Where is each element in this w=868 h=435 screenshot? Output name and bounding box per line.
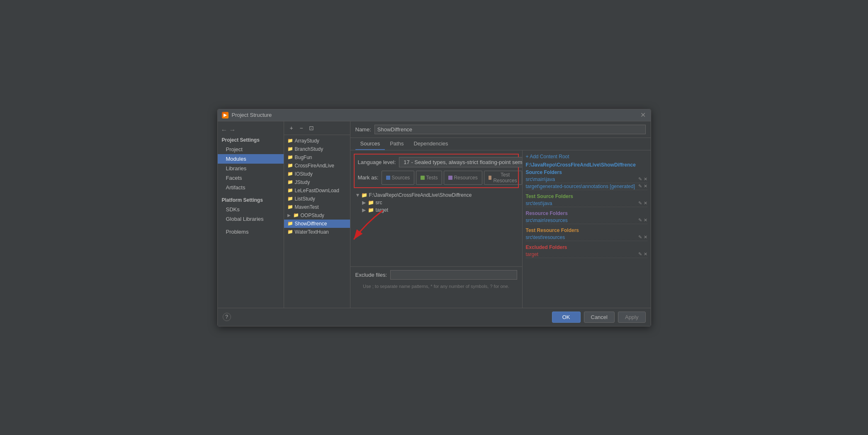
list-item[interactable]: 📁 ArrayStudy [284, 137, 350, 145]
copy-module-button[interactable]: ⊡ [307, 124, 316, 132]
folder-icon: 📁 [287, 172, 293, 176]
list-item[interactable]: ▶ 📁 OOPStudy [284, 211, 350, 220]
folder-icon-root: 📁 [361, 192, 367, 198]
edit-test-source-button[interactable]: ✎ [638, 201, 642, 206]
mark-sources-button[interactable]: Sources [382, 171, 414, 185]
excluded-folders-title: Excluded Folders [526, 244, 647, 250]
list-item[interactable]: 📁 CrossFireAndLive [284, 162, 350, 170]
list-item[interactable]: 📁 ListStudy [284, 195, 350, 203]
module-name: WaterTextHuan [295, 229, 329, 235]
tabs-row: Sources Paths Dependencies [350, 138, 651, 150]
directory-tree: ▼ 📁 F:\JavaRepo\CrossFireAndLive\ShowDif… [354, 190, 519, 215]
sidebar-item-sdks[interactable]: SDKs [218, 205, 284, 214]
module-name: IOStudy [295, 171, 313, 177]
remove-resource-button[interactable]: ✕ [644, 218, 647, 223]
target-label: target [376, 207, 389, 213]
edit-excluded-button[interactable]: ✎ [638, 251, 642, 257]
list-item-showdiffrence[interactable]: 📁 ShowDiffrence [284, 220, 350, 228]
remove-test-source-button[interactable]: ✕ [644, 201, 647, 206]
language-level-select[interactable]: 17 - Sealed types, always-strict floatin… [399, 157, 522, 167]
sidebar-item-libraries[interactable]: Libraries [218, 164, 284, 173]
list-item[interactable]: 📁 LeLeFastDownLoad [284, 186, 350, 195]
tree-root-item[interactable]: ▼ 📁 F:\JavaRepo\CrossFireAndLive\ShowDif… [355, 191, 517, 199]
tree-expand-src-icon[interactable]: ▶ [362, 200, 366, 205]
module-panel: + − ⊡ 📁 ArrayStudy 📁 BranchStudy 📁 BugFu… [284, 121, 350, 308]
language-level-row: Language level: 17 - Sealed types, alway… [358, 157, 515, 167]
test-resource-folders-title: Test Resource Folders [526, 227, 647, 233]
sidebar-item-modules[interactable]: Modules [218, 154, 284, 164]
mark-tests-button[interactable]: Tests [416, 171, 442, 185]
test-source-path-1: src\test\java [526, 201, 552, 206]
exclude-input[interactable] [390, 270, 517, 280]
source-path-2: target\generated-sources\annotations [ge… [526, 184, 635, 189]
exclude-hint: Use ; to separate name patterns, * for a… [350, 283, 522, 291]
module-toolbar: + − ⊡ [284, 121, 350, 135]
folder-icon: 📁 [287, 147, 293, 152]
resource-path-1: src\main\resources [526, 218, 568, 223]
sidebar: ← → Project Settings Project Modules Lib… [218, 121, 284, 308]
edit-source-1-button[interactable]: ✎ [638, 176, 642, 182]
module-name: OOPStudy [301, 213, 324, 218]
sidebar-item-facets[interactable]: Facets [218, 173, 284, 183]
name-input[interactable] [374, 125, 646, 134]
ok-button[interactable]: OK [552, 312, 581, 323]
module-name: CrossFireAndLive [295, 163, 334, 169]
tree-target-item[interactable]: ▶ 📁 target [355, 206, 517, 214]
expand-icon[interactable]: ▶ [287, 213, 292, 218]
tree-expand-target-icon[interactable]: ▶ [362, 207, 366, 213]
excluded-folders-section: Excluded Folders target ✎ ✕ [526, 244, 647, 258]
edit-source-2-button[interactable]: ✎ [638, 184, 642, 189]
sources-left: Language level: 17 - Sealed types, alway… [350, 150, 522, 308]
sidebar-item-problems[interactable]: Problems [218, 227, 284, 237]
list-item[interactable]: 📁 BranchStudy [284, 145, 350, 153]
folder-icon-orange: 📁 [287, 221, 293, 226]
main-panel: Name: Sources Paths Dependencies Languag… [350, 121, 651, 308]
list-item[interactable]: 📁 JStudy [284, 178, 350, 186]
edit-test-resource-button[interactable]: ✎ [638, 234, 642, 240]
add-content-root-button[interactable]: + Add Content Root [526, 154, 647, 160]
source-folders-title: Source Folders [526, 169, 647, 175]
exclude-files-section: Exclude files: Use ; to separate name pa… [350, 266, 522, 291]
tab-dependencies[interactable]: Dependencies [408, 138, 453, 150]
list-item[interactable]: 📁 MavenTest [284, 203, 350, 211]
cancel-button[interactable]: Cancel [584, 312, 615, 323]
bottom-bar: ? OK Cancel Apply [218, 308, 651, 326]
apply-button[interactable]: Apply [618, 312, 646, 323]
sidebar-item-project[interactable]: Project [218, 145, 284, 154]
remove-excluded-button[interactable]: ✕ [644, 251, 647, 257]
edit-resource-button[interactable]: ✎ [638, 218, 642, 223]
sources-content: Language level: 17 - Sealed types, alway… [350, 150, 651, 308]
test-resource-actions: ✎ ✕ [638, 234, 647, 240]
module-name: BugFun [295, 155, 312, 160]
remove-source-2-button[interactable]: ✕ [644, 184, 647, 189]
tab-sources[interactable]: Sources [355, 138, 385, 150]
remove-source-1-button[interactable]: ✕ [644, 176, 647, 182]
forward-button[interactable]: → [229, 126, 236, 134]
test-source-actions: ✎ ✕ [638, 201, 647, 206]
sidebar-item-artifacts[interactable]: Artifacts [218, 183, 284, 192]
mark-test-resources-button[interactable]: Test Resources [484, 171, 522, 185]
module-name: JStudy [295, 179, 310, 185]
folder-entry: src\test\java ✎ ✕ [526, 200, 647, 207]
list-item[interactable]: 📁 IOStudy [284, 170, 350, 178]
folder-entry: src\main\resources ✎ ✕ [526, 217, 647, 224]
list-item[interactable]: 📁 WaterTextHuan [284, 228, 350, 236]
folder-icon: 📁 [287, 163, 293, 168]
tab-paths[interactable]: Paths [385, 138, 408, 150]
root-path-label: F:\JavaRepo\CrossFireAndLive\ShowDiffren… [369, 192, 472, 198]
mark-resources-button[interactable]: Resources [444, 171, 482, 185]
add-module-button[interactable]: + [287, 124, 296, 132]
back-button[interactable]: ← [221, 126, 228, 134]
tree-src-item[interactable]: ▶ 📁 src [355, 199, 517, 206]
remove-test-resource-button[interactable]: ✕ [644, 234, 647, 240]
help-button[interactable]: ? [223, 313, 231, 321]
remove-module-button[interactable]: − [297, 124, 306, 132]
tree-collapse-icon[interactable]: ▼ [355, 192, 360, 198]
close-button[interactable]: ✕ [640, 112, 647, 118]
sidebar-item-global-libraries[interactable]: Global Libraries [218, 214, 284, 224]
red-arrow-annotation [350, 206, 391, 256]
project-structure-dialog: ▶ Project Structure ✕ ← → Project Settin… [217, 109, 651, 326]
list-item[interactable]: 📁 BugFun [284, 153, 350, 162]
src-label: src [376, 200, 382, 205]
folder-entry: target\generated-sources\annotations [ge… [526, 183, 647, 190]
